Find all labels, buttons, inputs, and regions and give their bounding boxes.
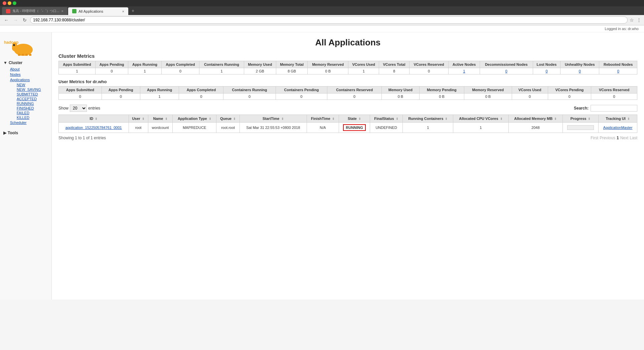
sidebar-sub-item-accepted[interactable]: ACCEPTED: [7, 97, 48, 101]
svg-rect-7: [29, 54, 31, 56]
forward-button[interactable]: →: [12, 17, 19, 23]
sidebar-sub-item-finished[interactable]: FINISHED: [7, 106, 48, 111]
search-input[interactable]: [591, 105, 637, 112]
user-metrics-title: User Metrics for dr.who: [58, 79, 637, 84]
previous-button[interactable]: Previous: [600, 136, 615, 140]
svg-text:hadoop: hadoop: [4, 40, 18, 45]
bookmark-icon: ☆: [630, 17, 634, 23]
pagination-row: Showing 1 to 1 of 1 entries First Previo…: [58, 136, 637, 140]
logged-in-text: Logged in as: dr.who: [605, 27, 639, 31]
cluster-arrow-icon: ▼: [3, 60, 7, 65]
sidebar-sub-item-running[interactable]: RUNNING: [7, 101, 48, 106]
sidebar-item-nodes[interactable]: Nodes: [3, 72, 48, 77]
applications-table: ID ⇕User ⇕Name ⇕Application Type ⇕Queue …: [58, 115, 637, 133]
next-button[interactable]: Next: [620, 136, 629, 140]
inactive-tab-label: 鬼高 - 哔哩哔哩（゜-゜）つ口...: [12, 9, 59, 13]
active-tab[interactable]: All Applications ×: [68, 7, 128, 15]
sidebar-sub-item-new_saving[interactable]: NEW_SAVING: [7, 87, 48, 92]
svg-rect-5: [22, 54, 24, 56]
entries-label: entries: [88, 106, 100, 111]
user-metrics-table: Apps SubmittedApps PendingApps RunningAp…: [58, 86, 637, 100]
active-tab-label: All Applications: [78, 9, 103, 13]
svg-rect-4: [18, 54, 20, 56]
address-bar[interactable]: [30, 16, 628, 24]
sidebar-cluster-title[interactable]: ▼ Cluster: [3, 60, 48, 65]
svg-rect-6: [25, 54, 28, 56]
cluster-metrics-title: Cluster Metrics: [58, 53, 637, 59]
menu-icon[interactable]: ⋮: [637, 17, 641, 23]
back-button[interactable]: ←: [3, 17, 10, 23]
pagination-controls: First Previous 1 Next Last: [591, 136, 637, 140]
sidebar-sub-item-submitted[interactable]: SUBMITTED: [7, 92, 48, 97]
sidebar-sub-item-new[interactable]: NEW: [7, 82, 48, 87]
sidebar-item-about[interactable]: About: [3, 66, 48, 72]
page-title: All Applications: [58, 37, 637, 48]
active-tab-close[interactable]: ×: [122, 9, 124, 13]
hadoop-logo: hadoop: [3, 39, 40, 56]
first-button[interactable]: First: [591, 136, 598, 140]
state-badge: RUNNING: [343, 124, 365, 131]
new-tab-button[interactable]: +: [129, 6, 137, 15]
last-button[interactable]: Last: [630, 136, 637, 140]
sidebar-item-applications[interactable]: Applications: [3, 77, 48, 82]
reload-button[interactable]: ↻: [21, 17, 28, 23]
table-row: application_1522505784761_0001rootwordco…: [59, 123, 637, 133]
current-page: 1: [617, 136, 619, 140]
search-label: Search:: [574, 106, 589, 111]
sidebar-tools-title[interactable]: ▶ Tools: [0, 129, 51, 137]
cluster-metrics-table: Apps SubmittedApps PendingApps RunningAp…: [58, 61, 637, 74]
inactive-tab-close[interactable]: ×: [61, 9, 63, 13]
show-label: Show: [58, 106, 68, 111]
sidebar-item-scheduler[interactable]: Scheduler: [3, 120, 48, 125]
tools-arrow-icon: ▶: [3, 131, 6, 135]
inactive-tab[interactable]: 鬼高 - 哔哩哔哩（゜-゜）つ口... ×: [2, 7, 67, 15]
show-count-select[interactable]: 10202550100: [70, 105, 87, 112]
sidebar-sub-item-failed[interactable]: FAILED: [7, 111, 48, 115]
showing-text: Showing 1 to 1 of 1 entries: [58, 136, 106, 140]
hadoop-logo-area: hadoop: [0, 36, 51, 59]
sidebar-sub-item-killed[interactable]: KILLED: [7, 115, 48, 120]
